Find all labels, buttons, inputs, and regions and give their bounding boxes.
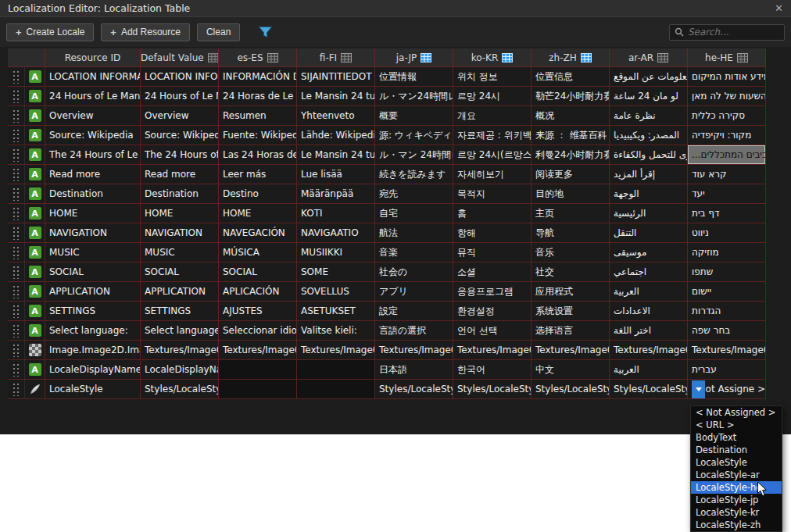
cell-ja-jp[interactable]: 言語の選択 [375,321,453,340]
cell-fi-fi[interactable]: SOVELLUS [297,282,375,301]
column-header-resource-id[interactable]: Resource ID [45,48,141,66]
cell-fi-fi[interactable]: MUSIIKKI [297,243,375,262]
filter-icon[interactable] [258,26,273,39]
cell-ko-kr[interactable]: 소셜 [453,262,532,281]
cell-ar-ar[interactable]: معلومات عن الموقع [610,67,688,86]
row-drag-handle[interactable] [8,321,25,340]
cell-default-value[interactable]: Overview [141,106,219,125]
column-header-ko-kr[interactable]: ko-KR [453,48,532,66]
cell-default-value[interactable]: Styles/LocaleStyle [141,380,219,398]
cell-ko-kr[interactable]: 한국어 [453,360,532,379]
row-drag-handle[interactable] [8,223,25,242]
translation-state-icon[interactable] [737,53,748,62]
cell-default-value[interactable]: APPLICATION [141,282,219,301]
cell-he-he[interactable]: מידע אודות המיקום [688,67,766,86]
cell-es-es[interactable]: SOCIAL [219,262,297,281]
row-drag-handle[interactable] [8,243,25,262]
cell-he-he[interactable]: ניווט [688,223,766,242]
add-resource-button[interactable]: + Add Resource [101,23,190,41]
cell-he-he[interactable]: רכיבים המתכללים... [688,145,766,164]
cell-ko-kr[interactable]: 자세히보기 [453,165,532,184]
cell-fi-fi[interactable]: Textures/Image03 [297,341,375,359]
cell-he-he[interactable]: בחר שפה [688,321,766,340]
cell-he-he[interactable]: עברית [688,360,766,379]
cell-zh-zh[interactable]: 勒芒24小时耐力赛 [532,87,610,105]
cell-default-value[interactable]: Destination [141,184,219,203]
cell-zh-zh[interactable]: 来源 ： 维基百科 [532,126,610,145]
row-drag-handle[interactable] [8,165,25,184]
dropdown-option[interactable]: < URL > [691,419,782,431]
cell-es-es[interactable] [219,360,297,379]
cell-zh-zh[interactable]: Styles/LocaleStyle [532,380,610,398]
cell-resource-id[interactable]: SETTINGS [45,302,141,320]
cell-es-es[interactable]: Textures/Image02 [219,341,297,359]
cell-es-es[interactable]: Las 24 Horas de L [219,145,297,164]
dropdown-option[interactable]: LocaleStyle-kr [691,506,782,519]
row-drag-handle[interactable] [8,145,25,164]
dropdown-option[interactable]: BodyText [691,431,782,444]
column-header-zh-zh[interactable]: zh-ZH [532,48,610,66]
cell-ko-kr[interactable]: Textures/Image05 [453,341,532,359]
cell-fi-fi[interactable]: NAVIGAATIO [297,223,375,242]
row-drag-handle[interactable] [8,126,25,145]
cell-ar-ar[interactable]: إقرأ المزيد [610,165,688,184]
cell-ar-ar[interactable]: Styles/LocaleStyle [610,380,688,398]
cell-zh-zh[interactable]: 位置信息 [532,67,610,86]
cell-resource-id[interactable]: APPLICATION [45,282,141,301]
cell-resource-id[interactable]: Image.Image2D.Imag [45,341,141,359]
cell-ko-kr[interactable]: 자료제공 : 위키백 [453,126,532,145]
cell-he-he[interactable]: Textures/Image08 [688,341,766,359]
cell-ja-jp[interactable]: 設定 [375,302,453,320]
cell-resource-id[interactable]: LocaleStyle [45,380,141,398]
cell-default-value[interactable]: LOCATION INFOR [141,67,219,86]
cell-es-es[interactable]: Destino [219,184,297,203]
cell-zh-zh[interactable]: 系统设置 [532,302,610,320]
cell-resource-id[interactable]: NAVIGATION [45,223,141,242]
cell-zh-zh[interactable]: 目的地 [532,184,610,203]
cell-ja-jp[interactable]: 自宅 [375,204,453,223]
dropdown-option[interactable]: LocaleStyle-jp [691,494,782,506]
cell-resource-id[interactable]: Source: Wikipedia [45,126,141,145]
cell-ja-jp[interactable]: ル・マン 24時間レー [375,145,453,164]
cell-zh-zh[interactable]: 主页 [532,204,610,223]
cell-ar-ar[interactable]: العربية [610,360,688,379]
cell-default-value[interactable]: HOME [141,204,219,223]
cell-resource-id[interactable]: LOCATION INFORMAT [45,67,141,86]
cell-es-es[interactable]: NAVEGACIÓN [219,223,297,242]
row-drag-handle[interactable] [8,87,25,105]
cell-ar-ar[interactable]: Textures/Image07 [610,341,688,359]
cell-es-es[interactable]: HOME [219,204,297,223]
row-drag-handle[interactable] [8,302,25,320]
cell-zh-zh[interactable]: 阅读更多 [532,165,610,184]
cell-fi-fi[interactable]: Valitse kieli: [297,321,375,340]
cell-ja-jp[interactable]: 宛先 [375,184,453,203]
cell-he-he[interactable]: מקור: ויקיפדיה [688,126,766,145]
cell-he-he[interactable]: יישום [688,282,766,301]
cell-ko-kr[interactable]: 위치 정보 [453,67,532,86]
cell-default-value[interactable]: MUSIC [141,243,219,262]
cell-ar-ar[interactable]: التنقل [610,223,688,242]
cell-ko-kr[interactable]: 환경설정 [453,302,532,320]
translation-state-icon[interactable] [657,53,668,62]
cell-resource-id[interactable]: 24 Hours of Le Mans [45,87,141,105]
cell-ja-jp[interactable]: 日本語 [375,360,453,379]
cell-default-value[interactable]: Textures/Image01 [141,341,219,359]
cell-default-value[interactable]: Source: Wikipedia [141,126,219,145]
cell-es-es[interactable]: Resumen [219,106,297,125]
cell-fi-fi[interactable]: Yhteenveto [297,106,375,125]
cell-zh-zh[interactable]: Textures/Image06 [532,341,610,359]
cell-default-value[interactable]: Read more [141,165,219,184]
cell-ko-kr[interactable]: Styles/LocaleStyle [453,380,532,398]
cell-es-es[interactable]: 24 Horas de Le M [219,87,297,105]
cell-he-he[interactable]: השעות של לה מאן [688,87,766,105]
column-header-ja-jp[interactable]: ja-JP [375,48,453,66]
cell-ar-ar[interactable]: ...رى للتحمل والكفاءة [610,145,688,164]
cell-fi-fi[interactable]: Le Mansin 24 tun [297,87,375,105]
row-drag-handle[interactable] [8,184,25,203]
search-input[interactable] [688,27,779,37]
cell-es-es[interactable]: Leer más [219,165,297,184]
cell-resource-id[interactable]: Destination [45,184,141,203]
cell-resource-id[interactable]: LocaleDisplayName [45,360,141,379]
cell-he-he[interactable]: קרא עוד [688,165,766,184]
cell-resource-id[interactable]: The 24 Hours of Le M [45,145,141,164]
